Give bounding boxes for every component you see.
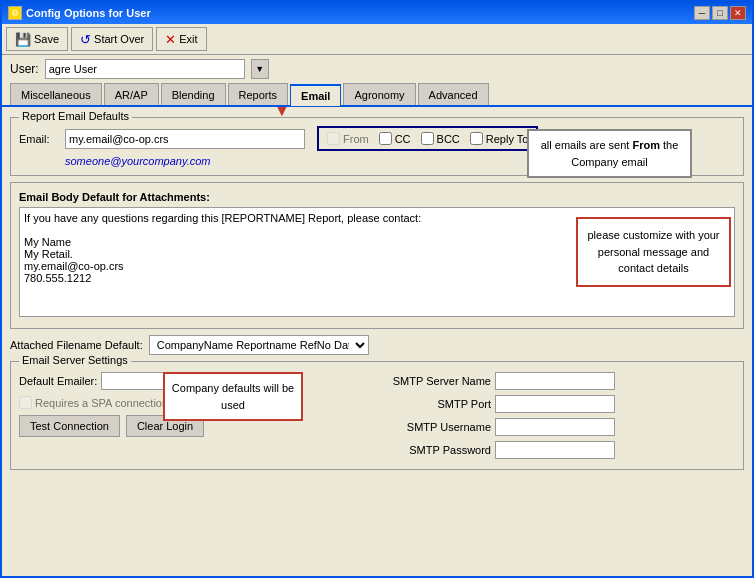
tab-agronomy[interactable]: Agronomy: [343, 83, 415, 105]
from-label: From: [343, 133, 369, 145]
maximize-button[interactable]: □: [712, 6, 728, 20]
exit-button[interactable]: ✕ Exit: [156, 27, 206, 51]
title-bar-left: ⚙ Config Options for User: [8, 6, 151, 20]
report-email-title: Report Email Defaults: [19, 110, 132, 122]
smtp-server-row: SMTP Server Name: [381, 372, 735, 390]
save-button[interactable]: 💾 Save: [6, 27, 68, 51]
tabs-container: Miscellaneous AR/AP Blending Reports Ema…: [2, 83, 752, 107]
smtp-password-row: SMTP Password: [381, 441, 735, 459]
test-connection-button[interactable]: Test Connection: [19, 415, 120, 437]
save-label: Save: [34, 33, 59, 45]
callout-all-emails: all emails are sent From the Company ema…: [527, 129, 692, 178]
smtp-server-input[interactable]: [495, 372, 615, 390]
toolbar: 💾 Save ↺ Start Over ✕ Exit: [2, 24, 752, 55]
server-section: Default Emailer: Requires a SPA connecti…: [19, 372, 735, 461]
bcc-checkbox-item: BCC: [421, 132, 460, 145]
main-window: ⚙ Config Options for User ─ □ ✕ 💾 Save ↺…: [0, 0, 754, 578]
user-input[interactable]: [45, 59, 245, 79]
ssl-checkbox[interactable]: [19, 396, 32, 409]
title-buttons: ─ □ ✕: [694, 6, 746, 20]
cc-checkbox-item: CC: [379, 132, 411, 145]
startover-icon: ↺: [80, 32, 91, 47]
minimize-button[interactable]: ─: [694, 6, 710, 20]
filename-select[interactable]: CompanyName Reportname RefNo Date.PDF Re…: [149, 335, 369, 355]
window-icon: ⚙: [8, 6, 22, 20]
smtp-username-input[interactable]: [495, 418, 615, 436]
smtp-server-label: SMTP Server Name: [381, 375, 491, 387]
tab-reports[interactable]: Reports: [228, 83, 289, 105]
startover-label: Start Over: [94, 33, 144, 45]
tab-email[interactable]: Email: [290, 84, 341, 106]
smtp-port-row: SMTP Port: [381, 395, 735, 413]
filename-label: Attached Filename Default:: [10, 339, 143, 351]
bcc-label: BCC: [437, 133, 460, 145]
save-icon: 💾: [15, 32, 31, 47]
replyto-checkbox-item: Reply To: [470, 132, 529, 145]
smtp-port-input[interactable]: [495, 395, 615, 413]
exit-label: Exit: [179, 33, 197, 45]
email-input[interactable]: [65, 129, 305, 149]
checkbox-group: From CC BCC Reply To: [317, 126, 538, 151]
tab-advanced[interactable]: Advanced: [418, 83, 489, 105]
window-title: Config Options for User: [26, 7, 151, 19]
bcc-checkbox[interactable]: [421, 132, 434, 145]
replyto-label: Reply To: [486, 133, 529, 145]
server-groupbox: Email Server Settings Company defaults w…: [10, 361, 744, 470]
close-button[interactable]: ✕: [730, 6, 746, 20]
email-field-label: Email:: [19, 133, 59, 145]
user-label: User:: [10, 62, 39, 76]
title-bar: ⚙ Config Options for User ─ □ ✕: [2, 2, 752, 24]
server-title: Email Server Settings: [19, 354, 131, 366]
default-emailer-label: Default Emailer:: [19, 375, 97, 387]
replyto-checkbox[interactable]: [470, 132, 483, 145]
tab-arap[interactable]: AR/AP: [104, 83, 159, 105]
smtp-password-input[interactable]: [495, 441, 615, 459]
user-dropdown-button[interactable]: ▼: [251, 59, 269, 79]
email-body-wrapper: If you have any questions regarding this…: [19, 207, 735, 320]
email-body-label: Email Body Default for Attachments:: [19, 191, 735, 203]
exit-icon: ✕: [165, 32, 176, 47]
main-content: all emails are sent From the Company ema…: [2, 107, 752, 576]
from-checkbox[interactable]: [327, 132, 340, 145]
cc-checkbox[interactable]: [379, 132, 392, 145]
email-body-groupbox: Email Body Default for Attachments: If y…: [10, 182, 744, 329]
user-row: User: ▼: [2, 55, 752, 83]
tab-miscellaneous[interactable]: Miscellaneous: [10, 83, 102, 105]
callout-company-defaults: Company defaults will be used: [163, 372, 303, 421]
arrow-down-email: ▼: [273, 107, 291, 121]
smtp-password-label: SMTP Password: [381, 444, 491, 456]
server-right: SMTP Server Name SMTP Port SMTP Username…: [381, 372, 735, 461]
filename-row: Attached Filename Default: CompanyName R…: [10, 335, 744, 355]
callout-customize: please customize with your personal mess…: [576, 217, 731, 287]
startover-button[interactable]: ↺ Start Over: [71, 27, 153, 51]
smtp-username-label: SMTP Username: [381, 421, 491, 433]
cc-label: CC: [395, 133, 411, 145]
smtp-username-row: SMTP Username: [381, 418, 735, 436]
tab-blending[interactable]: Blending: [161, 83, 226, 105]
smtp-port-label: SMTP Port: [381, 398, 491, 410]
from-checkbox-item: From: [327, 132, 369, 145]
